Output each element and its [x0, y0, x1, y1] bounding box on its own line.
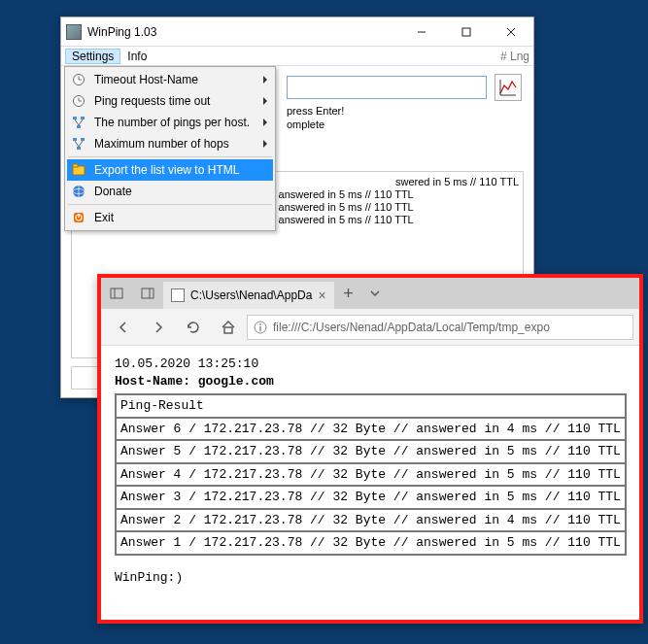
menu-label: Export the list view to HTML	[94, 163, 271, 177]
svg-line-13	[75, 119, 79, 125]
new-tab-button[interactable]: +	[334, 278, 363, 309]
svg-rect-15	[73, 138, 77, 141]
chevron-right-icon	[263, 76, 267, 84]
menu-ping-requests-timeout[interactable]: Ping requests time out	[67, 90, 273, 112]
chevron-right-icon	[263, 140, 267, 148]
browser-tabbar: C:\Users\Nenad\AppDa × +	[101, 278, 639, 309]
svg-line-14	[79, 119, 83, 125]
svg-point-38	[259, 323, 261, 325]
table-row: Answer 4 / 172.217.23.78 // 32 Byte // a…	[116, 463, 626, 487]
browser-tab[interactable]: C:\Users\Nenad\AppDa ×	[163, 282, 334, 309]
table-row: Answer 3 / 172.217.23.78 // 32 Byte // a…	[116, 486, 626, 509]
table-cell: Answer 4 / 172.217.23.78 // 32 Byte // a…	[116, 463, 626, 487]
clock-icon	[69, 72, 88, 87]
browser-toolbar: file:///C:/Users/Nenad/AppData/Local/Tem…	[101, 309, 639, 346]
svg-line-19	[79, 141, 83, 147]
menu-separator	[68, 204, 272, 205]
tab-close-button[interactable]: ×	[318, 288, 325, 303]
minimize-icon	[417, 27, 426, 37]
refresh-button[interactable]	[177, 313, 210, 342]
menu-label: Timeout Host-Name	[94, 73, 263, 86]
settings-dropdown: Timeout Host-Name Ping requests time out…	[64, 66, 276, 231]
menu-label: Maximum number of hops	[94, 137, 263, 151]
menu-number-of-pings[interactable]: The number of pings per host.	[67, 112, 273, 133]
page-content: 10.05.2020 13:25:10 Host-Name: google.co…	[101, 346, 639, 595]
svg-rect-11	[81, 117, 85, 119]
network-icon	[69, 115, 88, 130]
minimize-button[interactable]	[399, 17, 444, 46]
chart-icon	[498, 78, 518, 97]
panel-icon	[110, 287, 123, 300]
menu-label: The number of pings per host.	[94, 116, 263, 129]
titlebar: WinPing 1.03	[61, 17, 533, 47]
maximize-button[interactable]	[444, 17, 489, 46]
arrow-right-icon	[151, 320, 166, 335]
clock-icon	[69, 93, 88, 109]
svg-rect-16	[81, 138, 85, 141]
browser-window: C:\Users\Nenad\AppDa × + file:///C:/User…	[97, 274, 643, 624]
url-text: file:///C:/Users/Nenad/AppData/Local/Tem…	[273, 321, 550, 334]
table-row: Answer 2 / 172.217.23.78 // 32 Byte // a…	[116, 509, 626, 532]
menu-exit[interactable]: Exit	[67, 207, 273, 228]
host-input[interactable]	[287, 76, 487, 99]
menu-timeout-hostname[interactable]: Timeout Host-Name	[67, 69, 273, 90]
home-button[interactable]	[212, 313, 245, 342]
chevron-down-icon	[370, 288, 380, 298]
table-cell: Answer 2 / 172.217.23.78 // 32 Byte // a…	[116, 509, 626, 532]
menu-label: Donate	[94, 185, 271, 198]
menu-max-hops[interactable]: Maximum number of hops	[67, 133, 273, 154]
panel-icon	[141, 287, 154, 300]
network-icon	[69, 136, 88, 152]
sidebar-toggle-button[interactable]	[101, 278, 132, 309]
svg-rect-17	[77, 147, 81, 150]
globe-icon	[69, 184, 88, 199]
sidebar-toggle-button-2[interactable]	[132, 278, 163, 309]
menu-lng[interactable]: # Lng	[500, 50, 529, 63]
svg-rect-28	[498, 78, 518, 97]
menu-settings[interactable]: Settings	[65, 49, 120, 64]
refresh-icon	[186, 320, 201, 335]
table-row: Answer 6 / 172.217.23.78 // 32 Byte // a…	[116, 418, 626, 441]
table-row: Answer 5 / 172.217.23.78 // 32 Byte // a…	[116, 440, 626, 463]
chevron-right-icon	[263, 119, 267, 126]
table-header: Ping-Result	[116, 394, 626, 418]
page-footer: WinPing:)	[115, 569, 626, 587]
menu-label: Ping requests time out	[94, 94, 263, 108]
app-icon	[66, 24, 82, 40]
table-row: Answer 1 / 172.217.23.78 // 32 Byte // a…	[116, 531, 626, 555]
table-cell: Answer 3 / 172.217.23.78 // 32 Byte // a…	[116, 486, 626, 509]
svg-rect-21	[73, 164, 78, 167]
close-button[interactable]	[489, 17, 533, 46]
address-bar[interactable]: file:///C:/Users/Nenad/AppData/Local/Tem…	[247, 315, 633, 340]
menu-donate[interactable]: Donate	[67, 181, 273, 202]
table-cell: Answer 6 / 172.217.23.78 // 32 Byte // a…	[116, 418, 626, 441]
menu-info[interactable]: Info	[120, 49, 153, 64]
back-button[interactable]	[107, 313, 140, 342]
svg-rect-10	[73, 117, 77, 119]
table-cell: Answer 5 / 172.217.23.78 // 32 Byte // a…	[116, 440, 626, 463]
svg-rect-31	[111, 288, 122, 298]
document-icon	[171, 288, 185, 302]
hint-text2: omplete	[287, 119, 324, 130]
chevron-right-icon	[263, 97, 267, 105]
menu-separator	[68, 156, 272, 157]
tab-overflow-button[interactable]	[363, 278, 387, 309]
table-cell: Answer 1 / 172.217.23.78 // 32 Byte // a…	[116, 531, 626, 555]
tab-title: C:\Users\Nenad\AppDa	[190, 288, 312, 302]
svg-rect-12	[77, 125, 81, 128]
menubar: Settings Info # Lng	[61, 47, 533, 66]
svg-rect-35	[224, 327, 232, 333]
chart-button[interactable]	[495, 74, 522, 101]
export-icon	[69, 162, 88, 178]
ping-result-table: Ping-Result Answer 6 / 172.217.23.78 // …	[115, 393, 627, 556]
host-line: Host-Name: google.com	[115, 373, 626, 390]
menu-export-html[interactable]: Export the list view to HTML	[67, 159, 273, 181]
forward-button[interactable]	[142, 313, 175, 342]
hint-text: press Enter!	[287, 105, 344, 117]
svg-rect-33	[142, 288, 153, 298]
close-icon	[506, 27, 516, 37]
exit-icon	[69, 210, 88, 225]
timestamp: 10.05.2020 13:25:10	[115, 356, 626, 373]
window-title: WinPing 1.03	[87, 25, 399, 39]
home-icon	[221, 320, 236, 335]
